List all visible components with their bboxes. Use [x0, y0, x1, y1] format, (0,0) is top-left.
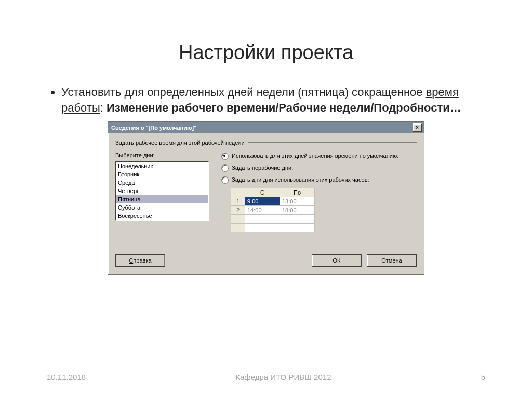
list-item[interactable]: Вторник — [116, 170, 208, 179]
group-header: Задать рабочее время для этой рабочей не… — [115, 140, 417, 146]
bullet-colon: : — [100, 101, 107, 114]
radio-option-default[interactable]: Использовать для этих дней значения врем… — [221, 152, 417, 160]
table-corner — [231, 188, 245, 197]
list-item[interactable]: Среда — [116, 179, 208, 187]
footer-page: 5 — [481, 373, 485, 381]
list-item[interactable]: Суббота — [116, 203, 208, 212]
cell-from[interactable]: 9:00 — [245, 197, 280, 206]
cell-to[interactable]: 13:00 — [280, 197, 315, 206]
hours-table: С По 1 9:00 13:00 — [231, 188, 315, 232]
bullet-text-prefix: Установить для определенных дней недели … — [61, 86, 426, 99]
cell-from[interactable]: 14:00 — [245, 206, 280, 215]
close-icon: × — [416, 125, 419, 130]
footer-date: 10.11.2018 — [47, 373, 86, 381]
row-num — [231, 224, 245, 232]
table-row: . . — [231, 224, 315, 232]
radio-icon — [221, 153, 229, 160]
cell-to[interactable]: 18:00 — [280, 206, 315, 215]
bullet-list: Установить для определенных дней недели … — [47, 85, 485, 115]
list-item-selected[interactable]: Пятница — [116, 195, 208, 203]
table-row: . . — [231, 215, 315, 224]
row-num — [231, 215, 245, 224]
col-header-to: По — [280, 188, 315, 197]
list-item[interactable]: Четверг — [116, 187, 208, 195]
cell-to[interactable]: . — [280, 215, 315, 224]
radio-icon — [221, 164, 229, 172]
days-listbox[interactable]: Понедельник Вторник Среда Четверг Пятниц… — [115, 161, 209, 221]
col-header-from: С — [245, 188, 280, 197]
radio-option-hours[interactable]: Задать дни для использования этих рабочи… — [221, 176, 417, 184]
radio-icon — [221, 176, 229, 184]
group-separator — [248, 142, 417, 143]
radio-label: Задать дни для использования этих рабочи… — [232, 176, 369, 183]
help-button[interactable]: Справка — [115, 254, 165, 267]
list-item[interactable]: Понедельник — [116, 162, 208, 170]
list-item[interactable]: Воскресенье — [116, 212, 208, 220]
help-mnemonic: С — [129, 257, 133, 264]
cell-from[interactable]: . — [245, 224, 280, 232]
bullet-item: Установить для определенных дней недели … — [61, 85, 485, 115]
table-row: 2 14:00 18:00 — [231, 206, 315, 215]
days-label: Выберите дни: — [115, 152, 209, 158]
radio-label: Использовать для этих дней значения врем… — [232, 152, 398, 159]
bullet-text-bold: Изменение рабочего времени/Рабочие недел… — [107, 101, 461, 114]
table-row: 1 9:00 13:00 — [231, 197, 315, 206]
ok-button[interactable]: ОК — [312, 254, 362, 267]
dialog-title: Сведения о "[По умолчанию]" — [111, 125, 196, 131]
group-caption: Задать рабочее время для этой рабочей не… — [115, 140, 248, 146]
slide-title: Настройки проекта — [47, 42, 485, 64]
close-button[interactable]: × — [413, 123, 422, 132]
row-num: 2 — [231, 206, 245, 215]
dialog-titlebar: Сведения о "[По умолчанию]" × — [108, 122, 424, 133]
cell-to[interactable]: . — [280, 224, 315, 232]
footer: 10.11.2018 Кафедра ИТО РИВШ 2012 5 — [0, 373, 532, 381]
dialog-window: Сведения о "[По умолчанию]" × Задать раб… — [108, 121, 424, 275]
row-num: 1 — [231, 197, 245, 206]
help-rest: правка — [133, 257, 151, 264]
footer-center: Кафедра ИТО РИВШ 2012 — [235, 373, 331, 381]
cell-from[interactable]: . — [245, 215, 280, 224]
radio-label: Задать нерабочие дни. — [232, 164, 293, 171]
radio-option-nonworking[interactable]: Задать нерабочие дни. — [221, 164, 417, 172]
cancel-button[interactable]: Отмена — [367, 254, 417, 267]
